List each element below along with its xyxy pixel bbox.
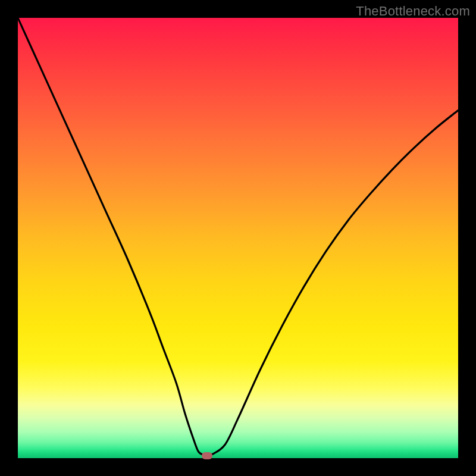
watermark-text: TheBottleneck.com — [356, 4, 470, 19]
bottleneck-curve — [18, 18, 458, 458]
plot-area — [18, 18, 458, 458]
optimal-point-marker — [202, 452, 212, 459]
chart-frame: TheBottleneck.com — [0, 0, 476, 476]
